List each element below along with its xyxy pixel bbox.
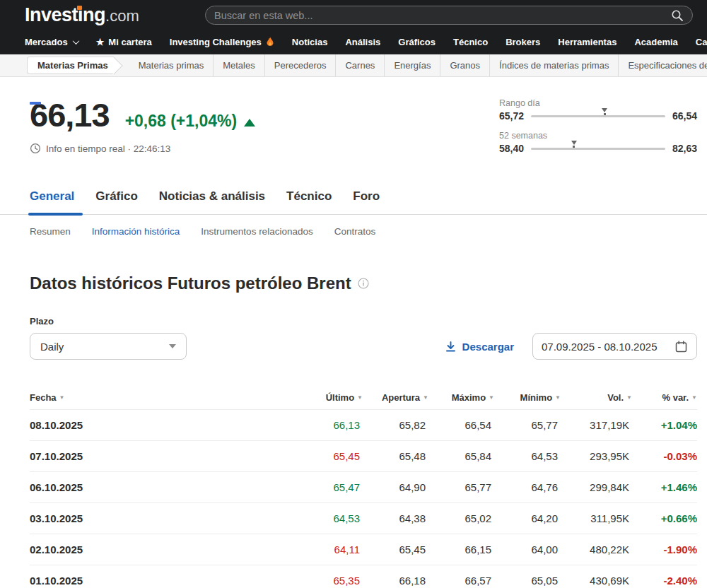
header-minimo[interactable]: Mínimo▼: [494, 392, 561, 403]
main-nav: Mercados ★ Mi cartera Investing Challeng…: [0, 30, 707, 54]
nav-analisis[interactable]: Análisis: [345, 37, 380, 47]
cell-vol: 430,69K: [561, 575, 632, 587]
last-price: 66,13: [30, 95, 110, 134]
investing-logo[interactable]: Investing.com: [25, 4, 139, 25]
subtab-informacion-historica[interactable]: Información histórica: [92, 226, 180, 237]
nav-investing-challenges[interactable]: Investing Challenges: [170, 37, 274, 47]
cell-ultimo: 64,11: [285, 543, 363, 555]
historical-data-table: Fecha▼ Último▼ Apertura▼ Máximo▼ Mínimo▼…: [30, 385, 697, 588]
cell-var: +1.04%: [632, 419, 697, 431]
nav-graficos[interactable]: Gráficos: [398, 37, 436, 47]
cell-var: +0.66%: [632, 512, 697, 524]
sort-icon: ▼: [555, 394, 561, 401]
sort-icon: ▼: [691, 394, 697, 401]
subtab-instrumentos-relacionados[interactable]: Instrumentos relacionados: [201, 226, 312, 237]
cell-maximo: 66,15: [428, 543, 494, 555]
table-row[interactable]: 03.10.2025 64,53 64,38 65,02 64,20 311,9…: [30, 502, 697, 534]
nav-calendarios[interactable]: Calendarios: [696, 37, 707, 47]
cell-minimo: 65,05: [494, 575, 561, 587]
tab-noticias-analisis[interactable]: Noticias & análisis: [159, 189, 265, 214]
tab-tecnico[interactable]: Técnico: [286, 189, 332, 214]
nav-brokers[interactable]: Brokers: [506, 37, 540, 47]
subtab-resumen[interactable]: Resumen: [30, 226, 71, 237]
nav-academia[interactable]: Academia: [634, 37, 677, 47]
cell-maximo: 65,02: [428, 512, 494, 524]
cell-apertura: 65,82: [363, 419, 428, 431]
subnav-materias-primas[interactable]: Materias primas: [129, 54, 213, 76]
logo-orange-dot-icon: [77, 6, 82, 10]
cell-fecha: 08.10.2025: [30, 419, 285, 431]
header-vol[interactable]: Vol.▼: [561, 392, 632, 403]
cell-ultimo: 65,47: [285, 481, 363, 493]
quote-section: 66,13 +0,68 (+1,04%) Info en tiempo real…: [30, 95, 697, 154]
header-var[interactable]: % var.▼: [632, 392, 697, 403]
chevron-down-icon: [72, 37, 79, 45]
period-select[interactable]: Daily: [30, 333, 187, 360]
table-row[interactable]: 06.10.2025 65,47 64,90 65,77 64,76 299,8…: [30, 471, 697, 502]
table-row[interactable]: 01.10.2025 65,35 66,18 66,57 65,05 430,6…: [30, 565, 697, 588]
week52-range-slider[interactable]: [531, 148, 665, 150]
subnav-active-materias-primas[interactable]: Materias Primas: [27, 57, 114, 74]
period-label: Plazo: [30, 316, 697, 327]
sort-icon: ▼: [489, 394, 494, 401]
header-apertura[interactable]: Apertura▼: [363, 392, 428, 403]
tab-grafico[interactable]: Gráfico: [95, 189, 138, 214]
week52-range-high: 82,63: [672, 143, 697, 154]
nav-mercados[interactable]: Mercados: [25, 37, 78, 47]
nav-herramientas[interactable]: Herramientas: [558, 37, 617, 47]
clock-icon: [30, 143, 41, 154]
day-range-slider[interactable]: [531, 115, 665, 117]
sort-icon: ▼: [423, 394, 428, 401]
quote-left: 66,13 +0,68 (+1,04%) Info en tiempo real…: [30, 95, 255, 154]
header-maximo[interactable]: Máximo▼: [428, 392, 494, 403]
week52-range-marker: [571, 141, 577, 148]
up-arrow-icon: [244, 119, 255, 127]
nav-label: Análisis: [345, 37, 380, 47]
header-ultimo[interactable]: Último▼: [285, 392, 363, 403]
star-icon: ★: [96, 37, 105, 47]
cell-vol: 317,19K: [561, 419, 632, 431]
top-header: Investing.com: [0, 0, 707, 30]
subtab-contratos[interactable]: Contratos: [334, 226, 376, 237]
main-content: 66,13 +0,68 (+1,04%) Info en tiempo real…: [0, 95, 707, 588]
subnav-energias[interactable]: Energías: [384, 54, 440, 76]
date-range-picker[interactable]: 07.09.2025 - 08.10.2025: [532, 333, 697, 360]
table-row[interactable]: 08.10.2025 66,13 65,82 66,54 65,77 317,1…: [30, 409, 697, 440]
header-fecha[interactable]: Fecha▼: [30, 392, 285, 403]
nav-tecnico[interactable]: Técnico: [453, 37, 488, 47]
cell-maximo: 66,57: [428, 575, 494, 587]
download-button[interactable]: Descargar: [445, 341, 514, 353]
site-search[interactable]: [205, 6, 693, 25]
week52-range: 52 semanas 58,40 82,63: [499, 131, 697, 154]
cell-var: -2.40%: [632, 575, 697, 587]
day-range-low: 65,72: [499, 110, 524, 122]
table-row[interactable]: 07.10.2025 65,45 65,48 65,84 64,53 293,9…: [30, 440, 697, 471]
info-icon[interactable]: [358, 278, 369, 289]
table-row[interactable]: 02.10.2025 64,11 65,45 66,15 64,00 480,2…: [30, 534, 697, 565]
subnav-carnes[interactable]: Carnes: [335, 54, 384, 76]
table-header-row: Fecha▼ Último▼ Apertura▼ Máximo▼ Mínimo▼…: [30, 385, 697, 409]
subnav-indices-materias-primas[interactable]: Índices de materias primas: [489, 54, 618, 76]
cell-var: +1.46%: [632, 481, 697, 493]
tab-general[interactable]: General: [30, 189, 74, 214]
nav-mi-cartera[interactable]: ★ Mi cartera: [96, 37, 152, 47]
nav-label: Brokers: [506, 37, 540, 47]
nav-label: Calendarios: [696, 37, 707, 47]
subnav-perecederos[interactable]: Perecederos: [264, 54, 336, 76]
nav-label: Mi cartera: [108, 37, 151, 47]
subnav-granos[interactable]: Granos: [440, 54, 489, 76]
sort-icon: ▼: [357, 394, 363, 401]
week52-range-label: 52 semanas: [499, 131, 697, 141]
search-icon[interactable]: [671, 9, 684, 22]
cell-fecha: 02.10.2025: [30, 543, 285, 555]
search-input[interactable]: [214, 10, 671, 21]
nav-noticias[interactable]: Noticias: [292, 37, 328, 47]
cell-fecha: 01.10.2025: [30, 575, 285, 587]
day-range: Rango día 65,72 66,54: [499, 98, 697, 122]
subnav-metales[interactable]: Metales: [213, 54, 264, 76]
tab-foro[interactable]: Foro: [353, 189, 380, 214]
sort-icon: ▼: [59, 394, 65, 401]
nav-label: Herramientas: [558, 37, 617, 47]
subnav-especificaciones-futuros[interactable]: Especificaciones de Futuros: [618, 54, 707, 76]
cell-vol: 299,84K: [561, 481, 632, 493]
